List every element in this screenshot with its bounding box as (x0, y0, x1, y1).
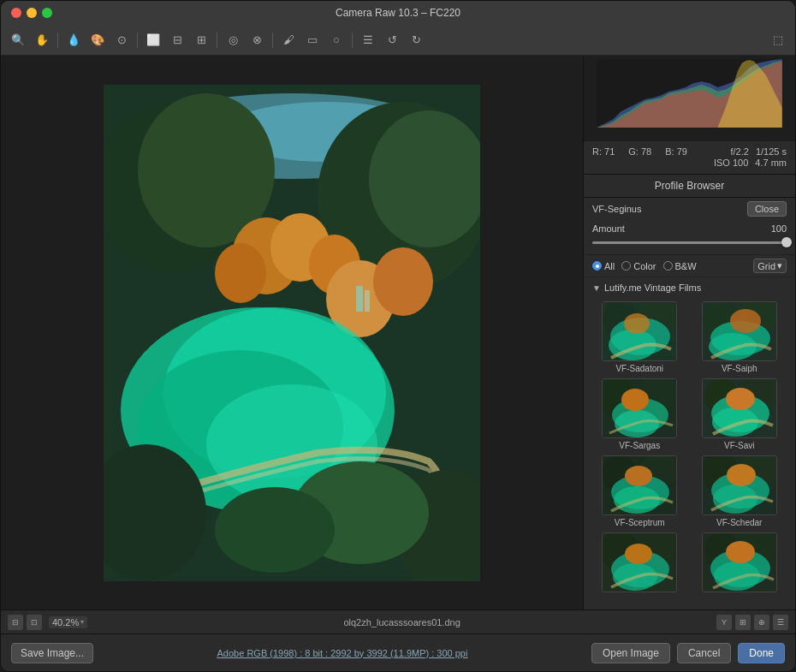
transform-tool[interactable]: ⊞ (191, 30, 211, 51)
radial-filter-tool[interactable]: ○ (326, 30, 347, 51)
bottom-bar: Save Image... Adobe RGB (1998) : 8 bit :… (1, 633, 795, 671)
chevron-down-icon: ▾ (777, 260, 782, 271)
toolbar-separator-4 (272, 33, 273, 48)
profile-name: VF-Saiph (722, 364, 757, 373)
profile-item[interactable]: VF-Saiph (692, 301, 787, 373)
profile-thumbnail (702, 378, 777, 438)
rotate-cw-button[interactable]: ↻ (406, 30, 426, 51)
hand-tool[interactable]: ✋ (32, 30, 52, 51)
status-bar: ⊟ ⊡ 40.2% ▾ olq2zh_lucasssoares01.dng Y … (1, 610, 795, 633)
svg-point-43 (621, 389, 649, 411)
targeted-adjust-tool[interactable]: ⊙ (111, 30, 132, 51)
filter-all-radio[interactable]: All (592, 261, 615, 271)
profile-item[interactable]: VF-Schedar (692, 455, 787, 527)
color-sampler-tool[interactable]: 🎨 (87, 30, 108, 51)
iso-focal-values: ISO 100 4.7 mm (714, 158, 787, 168)
category-header[interactable]: ▼ Lutify.me Vintage Films (584, 277, 795, 298)
profile-item[interactable]: VF-Sadatoni (592, 301, 687, 373)
status-right-icon-1[interactable]: Y (716, 615, 732, 630)
graduated-filter-tool[interactable]: ▭ (302, 30, 323, 51)
amount-row: Amount 100 (584, 220, 795, 254)
filter-radio-group: All Color B&W (592, 261, 746, 271)
profile-item[interactable]: VF-Sargas (592, 378, 687, 450)
all-radio-dot (592, 261, 602, 271)
toolbar-right: ⬚ (768, 30, 788, 51)
right-panel: R: 71 G: 78 B: 79 f/2.2 (583, 56, 795, 610)
profile-item[interactable] (592, 532, 687, 595)
toolbar-separator-1 (57, 33, 58, 48)
aperture-value: f/2.2 (731, 146, 749, 157)
cancel-button[interactable]: Cancel (677, 643, 731, 663)
current-profile-label: VF-Seginus (592, 204, 641, 214)
open-image-button[interactable]: Open Image (591, 643, 670, 663)
profile-section[interactable]: ▼ Lutify.me Vintage Films (584, 277, 795, 610)
svg-point-73 (726, 541, 755, 563)
profile-thumbnail (602, 455, 677, 515)
amount-slider-track (592, 241, 787, 244)
titlebar: Camera Raw 10.3 – FC220 (1, 1, 795, 25)
profile-item[interactable]: VF-Sceptrum (592, 455, 687, 527)
preferences-button[interactable]: ☰ (358, 30, 378, 51)
zoom-tool[interactable]: 🔍 (8, 30, 28, 51)
file-info: Adobe RGB (1998) : 8 bit : 2992 by 3992 … (100, 648, 585, 658)
rgb-values: R: 71 G: 78 B: 79 (592, 146, 687, 157)
filename-label: olq2zh_lucasssoares01.dng (94, 617, 710, 627)
amount-slider-fill (592, 241, 787, 244)
status-icon-2[interactable]: ⊡ (27, 615, 42, 630)
main-content: R: 71 G: 78 B: 79 f/2.2 (1, 56, 795, 610)
profile-name: VF-Savi (724, 441, 755, 450)
filter-all-label: All (604, 261, 615, 271)
focal-value: 4.7 mm (755, 158, 787, 168)
close-profile-button[interactable]: Close (747, 201, 787, 217)
main-toolbar: 🔍 ✋ 💧 🎨 ⊙ ⬜ ⊟ ⊞ ◎ ⊗ 🖌 ▭ ○ ☰ ↺ ↻ ⬚ (1, 25, 795, 56)
crop-tool[interactable]: ⬜ (143, 30, 163, 51)
file-info-text: Adobe RGB (1998) : 8 bit : 2992 by 3992 … (217, 648, 468, 658)
filter-bw-radio[interactable]: B&W (663, 261, 697, 271)
thumb-svg (703, 456, 777, 515)
status-right-icon-4[interactable]: ☰ (773, 615, 788, 630)
adjustment-brush-tool[interactable]: 🖌 (278, 30, 299, 51)
filter-color-label: Color (633, 261, 656, 271)
thumb-svg (703, 533, 777, 592)
color-readout: R: 71 G: 78 B: 79 f/2.2 (584, 141, 795, 175)
done-button[interactable]: Done (738, 643, 785, 663)
filter-color-radio[interactable]: Color (621, 261, 656, 271)
close-button[interactable] (11, 8, 21, 18)
svg-point-37 (730, 309, 761, 333)
window-title: Camera Raw 10.3 – FC220 (336, 7, 460, 19)
amount-value: 100 (771, 223, 787, 234)
save-image-button[interactable]: Save Image... (11, 643, 93, 663)
rotate-ccw-button[interactable]: ↺ (382, 30, 402, 51)
profile-item[interactable] (692, 532, 787, 595)
profile-thumbnail (702, 532, 777, 592)
redeye-tool[interactable]: ⊗ (247, 30, 267, 51)
amount-slider-container[interactable] (592, 237, 787, 247)
spot-removal-tool[interactable]: ◎ (223, 30, 243, 51)
status-right-icon-3[interactable]: ⊕ (754, 615, 769, 630)
maximize-button[interactable] (42, 8, 52, 18)
view-dropdown[interactable]: Grid ▾ (753, 259, 787, 273)
straighten-tool[interactable]: ⊟ (167, 30, 187, 51)
status-right-icon-2[interactable]: ⊞ (735, 615, 751, 630)
svg-rect-21 (356, 286, 363, 312)
status-icon-1[interactable]: ⊟ (8, 615, 23, 630)
amount-slider-thumb[interactable] (781, 237, 792, 247)
profile-name: VF-Schedar (716, 518, 762, 527)
readout-row-1: R: 71 G: 78 B: 79 f/2.2 (592, 146, 787, 157)
zoom-control[interactable]: 40.2% ▾ (49, 616, 87, 628)
traffic-lights (11, 8, 52, 18)
current-profile-row: VF-Seginus Close (584, 198, 795, 220)
canvas-area (1, 56, 583, 610)
filmstrip-toggle[interactable]: ⬚ (768, 30, 788, 51)
status-icons: ⊟ ⊡ (8, 615, 42, 630)
view-dropdown-label: Grid (757, 261, 775, 271)
app-window: Camera Raw 10.3 – FC220 🔍 ✋ 💧 🎨 ⊙ ⬜ ⊟ ⊞ … (0, 0, 796, 672)
thumb-svg (603, 456, 677, 515)
thumb-svg (603, 302, 677, 361)
r-value: R: 71 (592, 146, 615, 157)
minimize-button[interactable] (27, 8, 37, 18)
profile-thumbnail (702, 301, 777, 361)
photo-container (104, 85, 480, 581)
white-balance-tool[interactable]: 💧 (63, 30, 84, 51)
profile-item[interactable]: VF-Savi (692, 378, 787, 450)
